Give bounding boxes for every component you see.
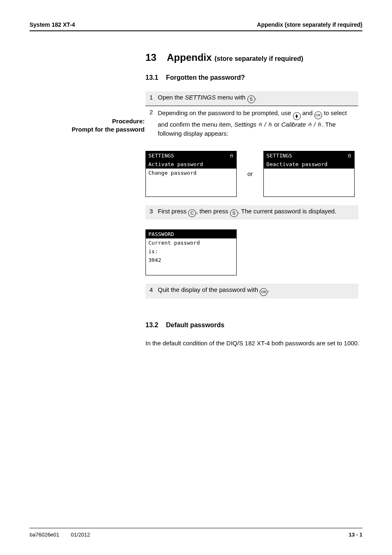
lcd-line: is:	[146, 247, 236, 256]
c-button-icon: C	[188, 209, 196, 217]
step-text: Quit the display of the password with OK…	[158, 284, 358, 298]
updown-button-icon: ▲▼	[293, 112, 301, 120]
s-button-icon: S	[230, 209, 238, 217]
steps-table-3: 4 Quit the display of the password with …	[145, 284, 358, 298]
lock-open-icon	[229, 153, 234, 158]
lock-open-icon	[308, 122, 312, 127]
page-footer: ba76026e0101/2012 13 - 1	[30, 528, 362, 538]
section-title-2: Default passwords	[166, 321, 224, 328]
ok-button-icon: OK	[314, 111, 322, 119]
body-paragraph: In the default condition of the DIQ/S 18…	[145, 339, 362, 348]
lcd-title: PASSWORD	[146, 230, 236, 238]
header-right: Appendix (store separately if required)	[257, 21, 362, 28]
steps-table-1: 1 Open the SETTINGS menu with S. 2 Depen…	[145, 91, 358, 141]
lcd-line: 3042	[146, 256, 236, 264]
lcd-line: Current password	[146, 238, 236, 247]
lock-open-icon	[258, 122, 263, 127]
section-number-1: 13.1	[145, 74, 166, 81]
header-left: System 182 XT-4	[30, 21, 75, 28]
footer-doc-id: ba76026e01	[30, 532, 59, 538]
lcd-title: SETTINGS	[146, 151, 236, 160]
section-number-2: 13.2	[145, 321, 166, 329]
page-header: System 182 XT-4 Appendix (store separate…	[30, 21, 362, 31]
margin-label-line1: Procedure:	[112, 118, 145, 125]
or-separator: or	[247, 170, 253, 177]
lcd-line-selected: Deactivate password	[264, 160, 354, 169]
chapter-number: 13	[145, 52, 167, 63]
step-number: 2	[145, 106, 158, 141]
chapter-title: Appendix	[167, 52, 212, 63]
lcd-screen-settings-locked: SETTINGS Deactivate password	[263, 151, 355, 197]
lcd-line-selected: Activate password	[146, 160, 236, 169]
step-text: Open the SETTINGS menu with S.	[158, 91, 358, 106]
step-number: 3	[145, 205, 158, 220]
lock-closed-icon	[317, 122, 322, 127]
chapter-heading: 13Appendix (store separately if required…	[145, 52, 362, 63]
step-text: First press C, then press S. The current…	[158, 205, 358, 220]
s-button-icon: S	[247, 95, 255, 103]
step-number: 4	[145, 284, 158, 298]
margin-label: Procedure: Prompt for the password	[34, 117, 145, 134]
step-row-1: 1 Open the SETTINGS menu with S.	[145, 91, 358, 106]
steps-table-2: 3 First press C, then press S. The curre…	[145, 205, 358, 220]
footer-left: ba76026e0101/2012	[30, 532, 101, 538]
footer-date: 01/2012	[71, 532, 90, 538]
section-heading-1: 13.1Forgotten the password?	[145, 74, 362, 81]
section-title-1: Forgotten the password?	[166, 74, 245, 81]
chapter-suffix: (store separately if required)	[214, 55, 303, 62]
lcd-screen-password: PASSWORD Current password is: 3042	[145, 229, 237, 275]
section-heading-2: 13.2Default passwords	[145, 321, 362, 329]
footer-page-number: 13 - 1	[349, 532, 362, 538]
lcd-line: Change password	[146, 169, 236, 177]
lock-closed-icon	[347, 153, 352, 158]
step-row-4: 4 Quit the display of the password with …	[145, 284, 358, 298]
lcd-row-2: PASSWORD Current password is: 3042	[145, 229, 362, 275]
lcd-title: SETTINGS	[264, 151, 354, 160]
step-row-3: 3 First press C, then press S. The curre…	[145, 205, 358, 220]
step-text: Depending on the password to be prompted…	[158, 106, 358, 141]
lcd-screen-settings-unlocked: SETTINGS Activate password Change passwo…	[145, 151, 237, 197]
step-number: 1	[145, 91, 158, 106]
margin-label-line2: Prompt for the password	[71, 126, 145, 133]
lock-closed-icon	[268, 122, 272, 127]
lcd-row-1: SETTINGS Activate password Change passwo…	[145, 151, 362, 197]
ok-button-icon: OK	[260, 288, 267, 296]
step-row-2: 2 Depending on the password to be prompt…	[145, 106, 358, 141]
